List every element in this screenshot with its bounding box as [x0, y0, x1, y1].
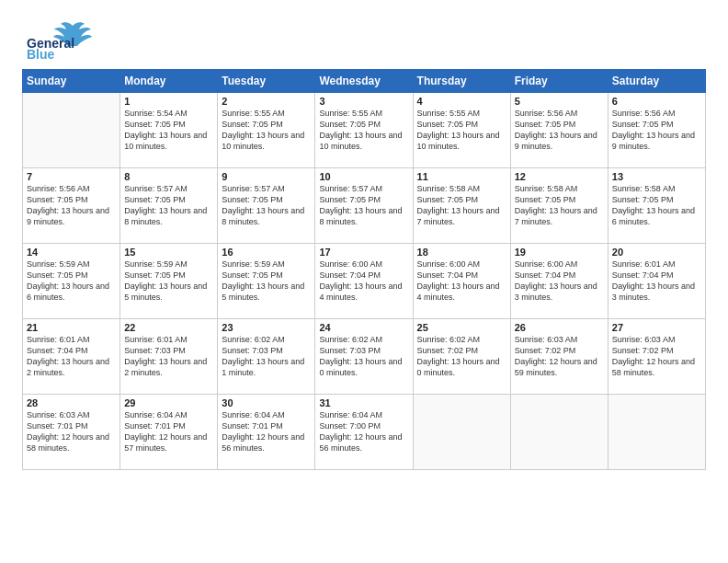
weekday-header-monday: Monday — [120, 70, 218, 93]
cell-sunrise: Sunrise: 6:03 AM — [27, 410, 90, 419]
cell-sunset: Sunset: 7:05 PM — [124, 195, 186, 204]
cell-sunset: Sunset: 7:05 PM — [27, 195, 88, 204]
cell-daylight: Daylight: 13 hours and 3 minutes. — [515, 282, 597, 302]
weekday-header-sunday: Sunday — [23, 70, 120, 93]
cell-daylight: Daylight: 13 hours and 9 minutes. — [515, 131, 597, 151]
cell-daylight: Daylight: 13 hours and 10 minutes. — [124, 131, 207, 151]
day-number: 15 — [124, 247, 213, 258]
cell-sunrise: Sunrise: 5:56 AM — [515, 109, 578, 118]
cell-sunset: Sunset: 7:05 PM — [515, 120, 576, 129]
calendar-cell: 17 Sunrise: 6:00 AM Sunset: 7:04 PM Dayl… — [315, 244, 413, 319]
header: General Blue — [22, 18, 706, 60]
cell-daylight: Daylight: 13 hours and 9 minutes. — [27, 206, 109, 226]
day-number: 13 — [612, 171, 701, 182]
cell-daylight: Daylight: 13 hours and 1 minute. — [222, 357, 304, 377]
cell-sunrise: Sunrise: 6:00 AM — [319, 259, 382, 269]
cell-sunset: Sunset: 7:03 PM — [222, 346, 283, 355]
day-number: 22 — [124, 322, 213, 333]
cell-daylight: Daylight: 13 hours and 10 minutes. — [417, 131, 500, 151]
calendar-cell: 6 Sunrise: 5:56 AM Sunset: 7:05 PM Dayli… — [608, 93, 705, 168]
calendar-cell: 9 Sunrise: 5:57 AM Sunset: 7:05 PM Dayli… — [218, 168, 315, 244]
calendar-cell: 8 Sunrise: 5:57 AM Sunset: 7:05 PM Dayli… — [120, 168, 218, 244]
cell-sunrise: Sunrise: 5:57 AM — [124, 184, 188, 193]
calendar-cell: 7 Sunrise: 5:56 AM Sunset: 7:05 PM Dayli… — [23, 168, 120, 244]
calendar-cell: 15 Sunrise: 5:59 AM Sunset: 7:05 PM Dayl… — [120, 244, 218, 319]
cell-daylight: Daylight: 13 hours and 8 minutes. — [222, 206, 304, 226]
cell-sunset: Sunset: 7:05 PM — [124, 120, 186, 129]
cell-sunrise: Sunrise: 6:02 AM — [319, 335, 382, 344]
cell-sunrise: Sunrise: 6:01 AM — [124, 335, 188, 344]
cell-sunset: Sunset: 7:01 PM — [124, 421, 186, 431]
cell-sunset: Sunset: 7:01 PM — [222, 421, 283, 431]
cell-sunset: Sunset: 7:05 PM — [515, 195, 576, 204]
cell-sunset: Sunset: 7:04 PM — [515, 270, 576, 280]
cell-sunrise: Sunrise: 5:59 AM — [222, 259, 285, 269]
calendar-cell: 14 Sunrise: 5:59 AM Sunset: 7:05 PM Dayl… — [23, 244, 120, 319]
day-number: 16 — [222, 247, 311, 258]
calendar-cell: 4 Sunrise: 5:55 AM Sunset: 7:05 PM Dayli… — [413, 93, 510, 168]
cell-sunset: Sunset: 7:04 PM — [612, 270, 674, 280]
cell-sunset: Sunset: 7:05 PM — [417, 120, 479, 129]
day-number: 31 — [319, 397, 408, 408]
cell-daylight: Daylight: 13 hours and 10 minutes. — [319, 131, 402, 151]
day-number: 18 — [417, 247, 506, 258]
calendar-cell: 22 Sunrise: 6:01 AM Sunset: 7:03 PM Dayl… — [120, 319, 218, 395]
calendar-cell: 18 Sunrise: 6:00 AM Sunset: 7:04 PM Dayl… — [413, 244, 510, 319]
calendar-cell: 19 Sunrise: 6:00 AM Sunset: 7:04 PM Dayl… — [510, 244, 608, 319]
cell-sunrise: Sunrise: 6:00 AM — [417, 259, 481, 269]
cell-sunrise: Sunrise: 6:02 AM — [417, 335, 481, 344]
calendar-cell: 2 Sunrise: 5:55 AM Sunset: 7:05 PM Dayli… — [218, 93, 315, 168]
cell-daylight: Daylight: 13 hours and 7 minutes. — [515, 206, 597, 226]
cell-daylight: Daylight: 13 hours and 2 minutes. — [27, 357, 109, 377]
calendar-cell: 3 Sunrise: 5:55 AM Sunset: 7:05 PM Dayli… — [315, 93, 413, 168]
day-number: 7 — [27, 171, 116, 182]
cell-sunrise: Sunrise: 5:58 AM — [417, 184, 481, 193]
cell-sunset: Sunset: 7:02 PM — [612, 346, 674, 355]
day-number: 9 — [222, 171, 311, 182]
calendar-cell: 13 Sunrise: 5:58 AM Sunset: 7:05 PM Dayl… — [608, 168, 705, 244]
cell-sunset: Sunset: 7:05 PM — [27, 270, 88, 280]
cell-daylight: Daylight: 13 hours and 6 minutes. — [27, 282, 109, 302]
cell-daylight: Daylight: 12 hours and 58 minutes. — [612, 357, 695, 377]
cell-sunrise: Sunrise: 5:57 AM — [222, 184, 285, 193]
calendar-cell: 20 Sunrise: 6:01 AM Sunset: 7:04 PM Dayl… — [608, 244, 705, 319]
cell-sunrise: Sunrise: 5:59 AM — [27, 259, 90, 269]
day-number: 26 — [515, 322, 604, 333]
day-number: 11 — [417, 171, 506, 182]
cell-daylight: Daylight: 13 hours and 0 minutes. — [417, 357, 500, 377]
cell-sunset: Sunset: 7:03 PM — [124, 346, 186, 355]
cell-daylight: Daylight: 13 hours and 9 minutes. — [612, 131, 695, 151]
day-number: 29 — [124, 397, 213, 408]
calendar-week-row: 7 Sunrise: 5:56 AM Sunset: 7:05 PM Dayli… — [23, 168, 706, 244]
day-number: 10 — [319, 171, 408, 182]
calendar-cell: 12 Sunrise: 5:58 AM Sunset: 7:05 PM Dayl… — [510, 168, 608, 244]
cell-sunset: Sunset: 7:05 PM — [222, 195, 283, 204]
cell-sunset: Sunset: 7:05 PM — [319, 195, 381, 204]
weekday-header-saturday: Saturday — [608, 70, 705, 93]
cell-sunset: Sunset: 7:05 PM — [612, 195, 674, 204]
cell-daylight: Daylight: 13 hours and 6 minutes. — [612, 206, 695, 226]
cell-sunrise: Sunrise: 5:58 AM — [612, 184, 676, 193]
day-number: 24 — [319, 322, 408, 333]
cell-sunset: Sunset: 7:05 PM — [612, 120, 674, 129]
cell-sunrise: Sunrise: 6:04 AM — [319, 410, 382, 419]
calendar-cell: 16 Sunrise: 5:59 AM Sunset: 7:05 PM Dayl… — [218, 244, 315, 319]
day-number: 14 — [27, 247, 116, 258]
day-number: 25 — [417, 322, 506, 333]
calendar-table: SundayMondayTuesdayWednesdayThursdayFrid… — [22, 69, 706, 470]
cell-sunset: Sunset: 7:05 PM — [417, 195, 479, 204]
svg-text:Blue: Blue — [27, 47, 55, 60]
cell-daylight: Daylight: 12 hours and 56 minutes. — [319, 432, 402, 453]
logo-svg: General Blue — [22, 18, 105, 60]
cell-sunrise: Sunrise: 6:01 AM — [612, 259, 676, 269]
cell-daylight: Daylight: 13 hours and 4 minutes. — [319, 282, 402, 302]
calendar-week-row: 14 Sunrise: 5:59 AM Sunset: 7:05 PM Dayl… — [23, 244, 706, 319]
day-number: 4 — [417, 96, 506, 107]
cell-sunrise: Sunrise: 6:04 AM — [222, 410, 285, 419]
weekday-header-friday: Friday — [510, 70, 608, 93]
calendar-cell — [413, 395, 510, 470]
calendar-cell: 1 Sunrise: 5:54 AM Sunset: 7:05 PM Dayli… — [120, 93, 218, 168]
cell-daylight: Daylight: 13 hours and 2 minutes. — [124, 357, 207, 377]
calendar-cell: 30 Sunrise: 6:04 AM Sunset: 7:01 PM Dayl… — [218, 395, 315, 470]
weekday-header-wednesday: Wednesday — [315, 70, 413, 93]
